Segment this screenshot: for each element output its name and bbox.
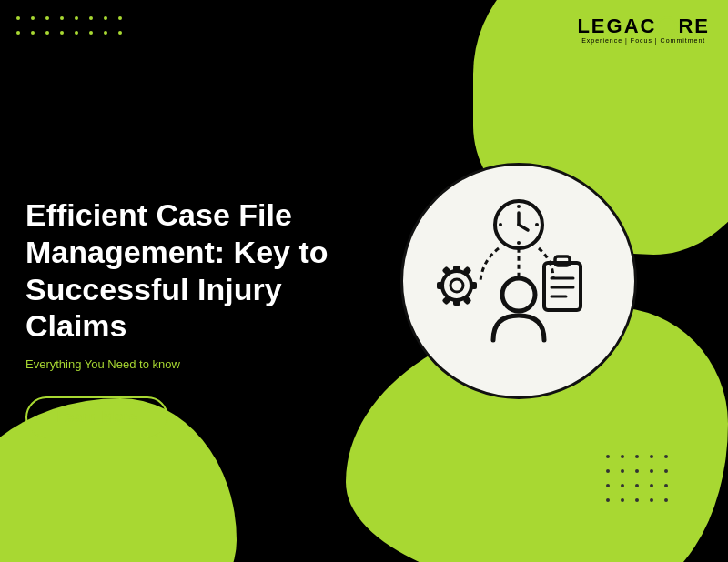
- svg-point-7: [535, 223, 539, 226]
- logo-ore: RE: [678, 16, 710, 36]
- dot-grid-top-left: [16, 16, 127, 40]
- logo-icon-inner: [662, 22, 672, 31]
- svg-rect-12: [470, 282, 477, 289]
- logo-tagline: Experience | Focus | Commitment: [581, 37, 705, 44]
- svg-point-4: [517, 205, 521, 208]
- illustration-circle: [400, 163, 637, 399]
- logo: LEGA C RE Experience | Focus | Commitmen…: [577, 16, 710, 44]
- page-container: LEGA C RE Experience | Focus | Commitmen…: [0, 0, 728, 562]
- svg-point-6: [499, 223, 502, 226]
- hero-title: Efficient Case File Management: Key to S…: [25, 196, 382, 345]
- logo-gear-icon: [657, 16, 677, 36]
- svg-point-8: [442, 271, 471, 300]
- learn-more-button[interactable]: Learn More: [25, 396, 168, 438]
- svg-rect-13: [437, 282, 444, 289]
- logo-lega: LEGA: [577, 16, 640, 36]
- hero-subtitle: Everything You Need to know: [25, 357, 382, 371]
- logo-text: LEGA C RE: [577, 16, 710, 36]
- illustration-wrap: [400, 163, 637, 399]
- svg-rect-10: [453, 266, 460, 273]
- dot-grid-bottom-right: [606, 455, 673, 507]
- svg-point-0: [502, 278, 535, 311]
- svg-point-5: [517, 241, 521, 245]
- svg-point-9: [450, 279, 463, 292]
- svg-line-3: [519, 225, 528, 230]
- logo-c: C: [641, 16, 657, 36]
- svg-rect-11: [453, 298, 460, 306]
- case-management-illustration: [419, 181, 619, 381]
- hero-content: Efficient Case File Management: Key to S…: [0, 0, 400, 562]
